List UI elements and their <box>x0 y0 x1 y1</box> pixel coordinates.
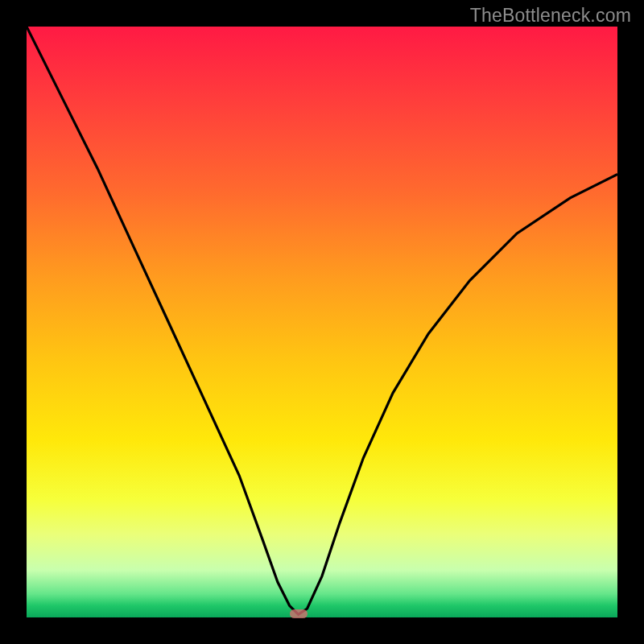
bottleneck-curve-path <box>27 27 617 614</box>
watermark-text: TheBottleneck.com <box>470 5 631 27</box>
chart-frame: TheBottleneck.com <box>0 0 644 644</box>
minimum-marker <box>290 609 308 618</box>
bottleneck-curve-svg <box>27 27 617 617</box>
